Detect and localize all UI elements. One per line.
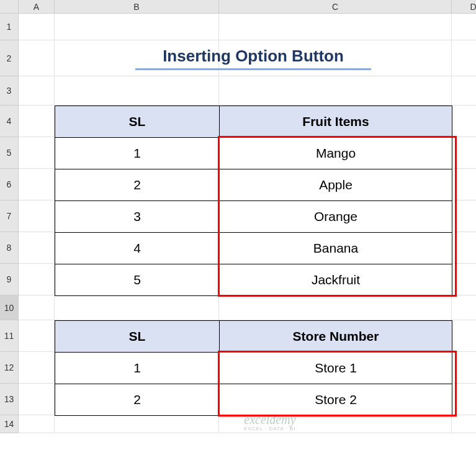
column-headers: ABCD	[19, 0, 476, 14]
table1-item[interactable]: Orange	[220, 201, 452, 233]
table2-sl[interactable]: 2	[55, 384, 220, 416]
cell[interactable]	[19, 320, 55, 352]
cell[interactable]	[19, 415, 55, 433]
table1-sl[interactable]: 3	[55, 201, 220, 233]
cell[interactable]	[19, 76, 55, 106]
col-header-c[interactable]: C	[219, 0, 452, 14]
table1-header[interactable]: Fruit Items	[220, 106, 452, 138]
col-header-d[interactable]: D	[452, 0, 476, 14]
cell[interactable]	[19, 40, 55, 76]
cell[interactable]	[452, 137, 476, 169]
table2-item[interactable]: Store 1	[220, 353, 452, 384]
row-header-10[interactable]: 10	[0, 295, 19, 320]
watermark: exceldemy EXCEL · DATA · BI	[244, 413, 296, 433]
table1-item[interactable]: Apple	[220, 169, 452, 201]
row-header-9[interactable]: 9	[0, 264, 19, 295]
cell[interactable]	[55, 415, 219, 433]
table2-header[interactable]: SL	[55, 321, 220, 353]
cell[interactable]	[452, 169, 476, 200]
table2-item[interactable]: Store 2	[220, 384, 452, 416]
title-area: Inserting Option Button	[55, 40, 452, 76]
row-header-8[interactable]: 8	[0, 232, 19, 264]
cell[interactable]	[19, 384, 55, 415]
cell[interactable]	[452, 415, 476, 433]
store-table: SLStore Number 1Store 12Store 2	[55, 320, 452, 416]
cell[interactable]	[219, 14, 452, 40]
cell[interactable]	[452, 106, 476, 137]
cell[interactable]	[55, 295, 219, 320]
cell[interactable]	[219, 295, 452, 320]
cell[interactable]	[452, 232, 476, 264]
row-header-7[interactable]: 7	[0, 200, 19, 232]
table1-sl[interactable]: 4	[55, 233, 220, 264]
spreadsheet: ABCD 1234567891011121314 Inserting Optio…	[0, 0, 476, 450]
cell[interactable]	[452, 14, 476, 40]
row-header-11[interactable]: 11	[0, 320, 19, 352]
cell[interactable]	[452, 320, 476, 352]
cell[interactable]	[219, 76, 452, 106]
cell[interactable]	[19, 200, 55, 232]
cell[interactable]	[452, 76, 476, 106]
row-header-4[interactable]: 4	[0, 106, 19, 137]
cell[interactable]	[452, 40, 476, 76]
cell[interactable]	[19, 137, 55, 169]
cell[interactable]	[452, 295, 476, 320]
watermark-sub: EXCEL · DATA · BI	[244, 426, 296, 431]
table1-item[interactable]: Jackfruit	[220, 264, 452, 296]
table1-item[interactable]: Banana	[220, 233, 452, 264]
row-header-6[interactable]: 6	[0, 169, 19, 200]
table2-sl[interactable]: 1	[55, 353, 220, 384]
cell[interactable]	[452, 384, 476, 415]
cell[interactable]	[19, 295, 55, 320]
row-header-5[interactable]: 5	[0, 137, 19, 169]
row-header-14[interactable]: 14	[0, 415, 19, 433]
row-header-13[interactable]: 13	[0, 384, 19, 415]
fruit-table: SLFruit Items 1Mango2Apple3Orange4Banana…	[55, 106, 452, 296]
table1-sl[interactable]: 1	[55, 138, 220, 169]
cell[interactable]	[55, 76, 219, 106]
row-header-2[interactable]: 2	[0, 40, 19, 76]
select-all-corner[interactable]	[0, 0, 19, 14]
cell[interactable]	[19, 14, 55, 40]
row-header-12[interactable]: 12	[0, 352, 19, 384]
cell[interactable]	[19, 352, 55, 384]
cell[interactable]	[19, 232, 55, 264]
cell[interactable]	[19, 106, 55, 137]
cell[interactable]	[452, 352, 476, 384]
title-underline	[135, 68, 371, 70]
table1-sl[interactable]: 2	[55, 169, 220, 201]
col-header-a[interactable]: A	[19, 0, 55, 14]
table1-item[interactable]: Mango	[220, 138, 452, 169]
row-headers: 1234567891011121314	[0, 14, 19, 433]
table1-header[interactable]: SL	[55, 106, 220, 138]
cell[interactable]	[19, 169, 55, 200]
watermark-main: exceldemy	[244, 413, 295, 427]
row-header-1[interactable]: 1	[0, 14, 19, 40]
cell[interactable]	[452, 200, 476, 232]
cell[interactable]	[19, 264, 55, 295]
table1-sl[interactable]: 5	[55, 264, 220, 296]
table2-header[interactable]: Store Number	[220, 321, 452, 353]
row-header-3[interactable]: 3	[0, 76, 19, 106]
page-title: Inserting Option Button	[163, 47, 344, 66]
col-header-b[interactable]: B	[55, 0, 219, 14]
cell[interactable]	[55, 14, 219, 40]
cell[interactable]	[452, 264, 476, 295]
